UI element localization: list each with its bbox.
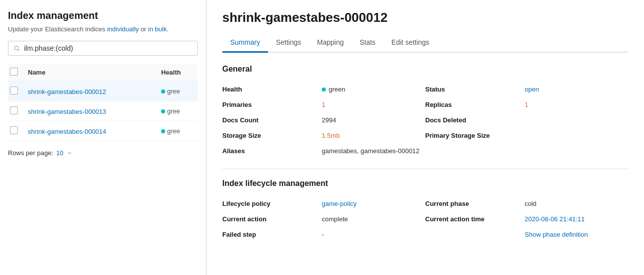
ilm-section: Index lifecycle management Lifecycle pol… — [222, 179, 628, 242]
health-dot-2 — [161, 109, 165, 113]
health-dot-3 — [161, 129, 165, 133]
primary-storage-size-label: Primary Storage Size — [425, 132, 525, 139]
show-phase-definition-row: Show phase definition — [425, 227, 628, 242]
storage-size-row: Storage Size 1.5mb — [222, 128, 425, 143]
rows-per-page: Rows per page: 10 — [8, 149, 198, 157]
current-action-value: complete — [322, 215, 425, 223]
docs-count-row: Docs Count 2994 — [222, 112, 425, 128]
individually-link[interactable]: individually — [107, 25, 139, 33]
health-status-dot — [322, 88, 326, 92]
in-bulk-link[interactable]: in bulk — [148, 25, 167, 33]
lifecycle-policy-value[interactable]: game-policy — [322, 200, 425, 207]
search-input[interactable] — [24, 44, 192, 52]
primaries-value: 1 — [322, 101, 425, 108]
general-left-col: Health green Primaries 1 Docs Count 2994… — [222, 82, 425, 159]
docs-deleted-label: Docs Deleted — [425, 116, 525, 124]
current-action-row: Current action complete — [222, 211, 425, 227]
header-checkbox[interactable] — [10, 68, 18, 76]
subtitle: Update your Elasticsearch indices indivi… — [8, 25, 198, 33]
aliases-label: Aliases — [222, 147, 322, 155]
index-link-3[interactable]: shrink-gamestabes-000014 — [28, 128, 106, 135]
search-box — [8, 41, 198, 56]
status-value: open — [525, 86, 628, 93]
aliases-row: Aliases gamestabes, gamestabes-000012 — [222, 143, 425, 159]
docs-count-label: Docs Count — [222, 116, 322, 124]
docs-count-value: 2994 — [322, 116, 425, 124]
aliases-value: gamestabes, gamestabes-000012 — [322, 147, 425, 155]
storage-size-label: Storage Size — [222, 132, 322, 139]
current-action-label: Current action — [222, 215, 322, 223]
replicas-value: 1 — [525, 101, 628, 108]
left-panel: Index management Update your Elasticsear… — [0, 0, 206, 275]
index-title: shrink-gamestabes-000012 — [222, 10, 628, 25]
health-cell-3: gree — [161, 127, 196, 135]
page-title: Index management — [8, 10, 198, 21]
storage-size-value: 1.5mb — [322, 132, 425, 139]
ilm-right-col: Current phase cold Current action time 2… — [425, 196, 628, 242]
show-phase-definition-link[interactable]: Show phase definition — [525, 231, 628, 238]
health-cell-2: gree — [161, 107, 196, 115]
health-row: Health green — [222, 82, 425, 97]
rows-per-page-value[interactable]: 10 — [56, 149, 63, 157]
header-health-col: Health — [161, 69, 196, 76]
failed-step-label: Failed step — [222, 231, 322, 238]
ilm-left-col: Lifecycle policy game-policy Current act… — [222, 196, 425, 242]
current-action-time-label: Current action time — [425, 215, 525, 223]
header-check-col — [10, 68, 28, 77]
docs-deleted-row: Docs Deleted — [425, 112, 628, 128]
health-value: green — [322, 86, 425, 93]
health-label: Health — [222, 86, 322, 93]
index-link-1[interactable]: shrink-gamestabes-000012 — [28, 88, 106, 95]
index-link-2[interactable]: shrink-gamestabes-000013 — [28, 108, 106, 115]
section-divider — [222, 169, 628, 169]
right-panel: shrink-gamestabes-000012 Summary Setting… — [206, 0, 644, 275]
tabs: Summary Settings Mapping Stats Edit sett… — [222, 33, 628, 53]
current-phase-label: Current phase — [425, 200, 525, 207]
table-header: Name Health — [8, 64, 198, 82]
general-section-title: General — [222, 65, 628, 74]
lifecycle-policy-label: Lifecycle policy — [222, 200, 322, 207]
current-phase-value: cold — [525, 200, 628, 207]
table-row[interactable]: shrink-gamestabes-000014 gree — [8, 121, 198, 141]
tab-edit-settings[interactable]: Edit settings — [383, 33, 437, 53]
primary-storage-size-row: Primary Storage Size — [425, 128, 628, 143]
lifecycle-policy-row: Lifecycle policy game-policy — [222, 196, 425, 211]
ilm-info-grid: Lifecycle policy game-policy Current act… — [222, 196, 628, 242]
row-checkbox-2[interactable] — [10, 106, 18, 114]
tab-stats[interactable]: Stats — [352, 33, 383, 53]
header-name-col: Name — [28, 69, 161, 76]
health-cell-1: gree — [161, 88, 196, 95]
svg-point-0 — [14, 46, 18, 50]
general-info-grid: Health green Primaries 1 Docs Count 2994… — [222, 82, 628, 159]
chevron-down-icon — [67, 150, 73, 156]
table-row[interactable]: shrink-gamestabes-000012 gree — [8, 82, 198, 101]
current-action-time-row: Current action time 2020-08-06 21:41:11 — [425, 211, 628, 227]
tab-summary[interactable]: Summary — [222, 33, 268, 53]
search-icon — [13, 45, 20, 52]
replicas-label: Replicas — [425, 101, 525, 108]
status-label: Status — [425, 86, 525, 93]
tab-settings[interactable]: Settings — [268, 33, 309, 53]
general-right-col: Status open Replicas 1 Docs Deleted Prim… — [425, 82, 628, 159]
replicas-row: Replicas 1 — [425, 97, 628, 112]
table-row[interactable]: shrink-gamestabes-000013 gree — [8, 101, 198, 121]
tab-mapping[interactable]: Mapping — [309, 33, 352, 53]
primaries-label: Primaries — [222, 101, 322, 108]
current-action-time-value: 2020-08-06 21:41:11 — [525, 215, 628, 223]
current-phase-row: Current phase cold — [425, 196, 628, 211]
failed-step-row: Failed step - — [222, 227, 425, 242]
status-row: Status open — [425, 82, 628, 97]
primaries-row: Primaries 1 — [222, 97, 425, 112]
failed-step-value: - — [322, 231, 425, 238]
row-checkbox-1[interactable] — [10, 87, 18, 94]
ilm-section-title: Index lifecycle management — [222, 179, 628, 188]
svg-line-1 — [18, 50, 19, 51]
row-checkbox-3[interactable] — [10, 126, 18, 134]
general-section: General Health green Primaries 1 Docs Co… — [222, 65, 628, 159]
health-dot-1 — [161, 90, 165, 93]
